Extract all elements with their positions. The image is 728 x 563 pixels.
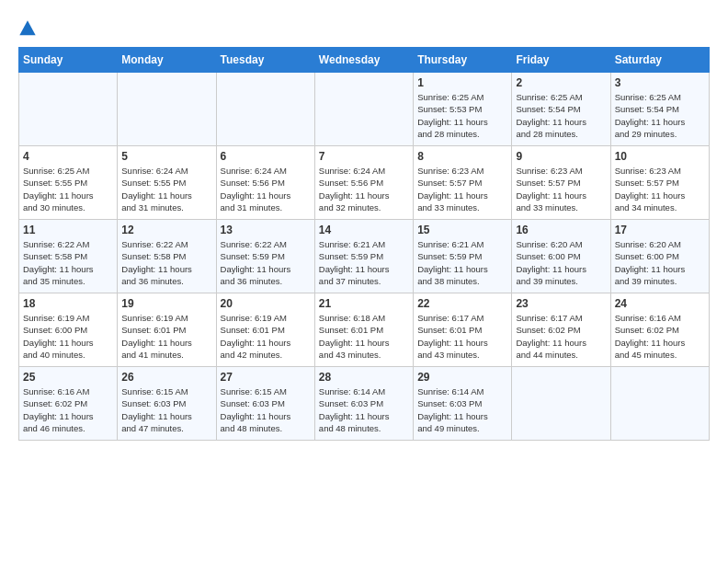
day-of-week-header: Saturday (610, 48, 709, 73)
cell-content: Sunrise: 6:15 AM Sunset: 6:03 PM Dayligh… (221, 385, 311, 434)
day-number: 17 (615, 224, 705, 236)
calendar-cell (216, 73, 314, 146)
calendar-week-row: 18Sunrise: 6:19 AM Sunset: 6:00 PM Dayli… (19, 293, 710, 367)
calendar-cell: 18Sunrise: 6:19 AM Sunset: 6:00 PM Dayli… (19, 293, 118, 367)
cell-content: Sunrise: 6:25 AM Sunset: 5:54 PM Dayligh… (615, 91, 705, 140)
calendar-cell: 16Sunrise: 6:20 AM Sunset: 6:00 PM Dayli… (512, 220, 610, 293)
calendar-cell: 21Sunrise: 6:18 AM Sunset: 6:01 PM Dayli… (314, 293, 413, 367)
cell-content: Sunrise: 6:14 AM Sunset: 6:03 PM Dayligh… (417, 385, 507, 434)
day-number: 11 (23, 224, 113, 236)
day-number: 10 (615, 150, 705, 163)
day-number: 23 (516, 297, 606, 310)
day-number: 27 (221, 371, 311, 384)
day-number: 21 (319, 297, 409, 310)
cell-content: Sunrise: 6:21 AM Sunset: 5:59 PM Dayligh… (417, 238, 507, 287)
header (18, 18, 710, 38)
calendar-cell: 2Sunrise: 6:25 AM Sunset: 5:54 PM Daylig… (512, 73, 610, 146)
cell-content: Sunrise: 6:16 AM Sunset: 6:02 PM Dayligh… (615, 312, 705, 361)
calendar-cell: 7Sunrise: 6:24 AM Sunset: 5:56 PM Daylig… (314, 146, 413, 220)
cell-content: Sunrise: 6:23 AM Sunset: 5:57 PM Dayligh… (516, 165, 606, 213)
calendar-cell: 10Sunrise: 6:23 AM Sunset: 5:57 PM Dayli… (610, 146, 709, 220)
cell-content: Sunrise: 6:24 AM Sunset: 5:56 PM Dayligh… (221, 165, 311, 213)
cell-content: Sunrise: 6:25 AM Sunset: 5:54 PM Dayligh… (516, 91, 606, 140)
cell-content: Sunrise: 6:19 AM Sunset: 6:01 PM Dayligh… (121, 312, 211, 361)
calendar-cell: 14Sunrise: 6:21 AM Sunset: 5:59 PM Dayli… (314, 220, 413, 293)
day-of-week-header: Friday (512, 48, 610, 73)
calendar-cell (610, 367, 709, 441)
day-number: 7 (319, 150, 409, 163)
cell-content: Sunrise: 6:21 AM Sunset: 5:59 PM Dayligh… (319, 238, 409, 287)
calendar-cell: 23Sunrise: 6:17 AM Sunset: 6:02 PM Dayli… (512, 293, 610, 367)
calendar-cell: 13Sunrise: 6:22 AM Sunset: 5:59 PM Dayli… (216, 220, 314, 293)
cell-content: Sunrise: 6:18 AM Sunset: 6:01 PM Dayligh… (319, 312, 409, 361)
day-number: 28 (319, 371, 409, 384)
calendar-cell: 4Sunrise: 6:25 AM Sunset: 5:55 PM Daylig… (19, 146, 118, 220)
day-number: 12 (121, 224, 211, 236)
cell-content: Sunrise: 6:20 AM Sunset: 6:00 PM Dayligh… (615, 238, 705, 287)
calendar-cell: 25Sunrise: 6:16 AM Sunset: 6:02 PM Dayli… (19, 367, 118, 441)
calendar-week-row: 11Sunrise: 6:22 AM Sunset: 5:58 PM Dayli… (19, 220, 710, 293)
calendar-week-row: 4Sunrise: 6:25 AM Sunset: 5:55 PM Daylig… (19, 146, 710, 220)
cell-content: Sunrise: 6:23 AM Sunset: 5:57 PM Dayligh… (417, 165, 507, 213)
day-number: 1 (417, 76, 507, 89)
day-number: 9 (516, 150, 606, 163)
cell-content: Sunrise: 6:24 AM Sunset: 5:55 PM Dayligh… (121, 165, 211, 213)
day-of-week-header: Monday (118, 48, 216, 73)
cell-content: Sunrise: 6:15 AM Sunset: 6:03 PM Dayligh… (121, 385, 211, 434)
calendar-cell: 11Sunrise: 6:22 AM Sunset: 5:58 PM Dayli… (19, 220, 118, 293)
day-number: 14 (319, 224, 409, 236)
day-number: 5 (121, 150, 211, 163)
calendar-week-row: 1Sunrise: 6:25 AM Sunset: 5:53 PM Daylig… (19, 73, 710, 146)
day-number: 3 (615, 76, 705, 89)
calendar-cell: 24Sunrise: 6:16 AM Sunset: 6:02 PM Dayli… (610, 293, 709, 367)
calendar-cell: 26Sunrise: 6:15 AM Sunset: 6:03 PM Dayli… (118, 367, 216, 441)
day-number: 29 (417, 371, 507, 384)
cell-content: Sunrise: 6:25 AM Sunset: 5:55 PM Dayligh… (23, 165, 113, 213)
calendar-cell: 12Sunrise: 6:22 AM Sunset: 5:58 PM Dayli… (118, 220, 216, 293)
day-number: 16 (516, 224, 606, 236)
calendar-cell: 27Sunrise: 6:15 AM Sunset: 6:03 PM Dayli… (216, 367, 314, 441)
cell-content: Sunrise: 6:22 AM Sunset: 5:59 PM Dayligh… (221, 238, 311, 287)
day-number: 15 (417, 224, 507, 236)
day-number: 22 (417, 297, 507, 310)
calendar-cell: 5Sunrise: 6:24 AM Sunset: 5:55 PM Daylig… (118, 146, 216, 220)
day-number: 19 (121, 297, 211, 310)
day-number: 20 (221, 297, 311, 310)
calendar-cell: 19Sunrise: 6:19 AM Sunset: 6:01 PM Dayli… (118, 293, 216, 367)
day-of-week-header: Tuesday (216, 48, 314, 73)
calendar-cell (19, 73, 118, 146)
cell-content: Sunrise: 6:19 AM Sunset: 6:01 PM Dayligh… (221, 312, 311, 361)
cell-content: Sunrise: 6:24 AM Sunset: 5:56 PM Dayligh… (319, 165, 409, 213)
logo-icon (18, 19, 37, 38)
day-number: 6 (221, 150, 311, 163)
day-number: 18 (23, 297, 113, 310)
day-number: 4 (23, 150, 113, 163)
cell-content: Sunrise: 6:14 AM Sunset: 6:03 PM Dayligh… (319, 385, 409, 434)
calendar-cell: 15Sunrise: 6:21 AM Sunset: 5:59 PM Dayli… (414, 220, 512, 293)
calendar-cell: 9Sunrise: 6:23 AM Sunset: 5:57 PM Daylig… (512, 146, 610, 220)
calendar-cell: 28Sunrise: 6:14 AM Sunset: 6:03 PM Dayli… (314, 367, 413, 441)
day-of-week-header: Wednesday (314, 48, 413, 73)
cell-content: Sunrise: 6:23 AM Sunset: 5:57 PM Dayligh… (615, 165, 705, 213)
cell-content: Sunrise: 6:22 AM Sunset: 5:58 PM Dayligh… (23, 238, 113, 287)
calendar-cell (512, 367, 610, 441)
calendar-cell: 17Sunrise: 6:20 AM Sunset: 6:00 PM Dayli… (610, 220, 709, 293)
calendar-week-row: 25Sunrise: 6:16 AM Sunset: 6:02 PM Dayli… (19, 367, 710, 441)
day-number: 13 (221, 224, 311, 236)
calendar-cell: 8Sunrise: 6:23 AM Sunset: 5:57 PM Daylig… (414, 146, 512, 220)
calendar-cell: 29Sunrise: 6:14 AM Sunset: 6:03 PM Dayli… (414, 367, 512, 441)
cell-content: Sunrise: 6:20 AM Sunset: 6:00 PM Dayligh… (516, 238, 606, 287)
calendar-cell: 3Sunrise: 6:25 AM Sunset: 5:54 PM Daylig… (610, 73, 709, 146)
day-number: 25 (23, 371, 113, 384)
calendar-cell: 22Sunrise: 6:17 AM Sunset: 6:01 PM Dayli… (414, 293, 512, 367)
cell-content: Sunrise: 6:25 AM Sunset: 5:53 PM Dayligh… (417, 91, 507, 140)
calendar-cell: 20Sunrise: 6:19 AM Sunset: 6:01 PM Dayli… (216, 293, 314, 367)
cell-content: Sunrise: 6:22 AM Sunset: 5:58 PM Dayligh… (121, 238, 211, 287)
calendar-table: SundayMondayTuesdayWednesdayThursdayFrid… (18, 47, 710, 441)
cell-content: Sunrise: 6:17 AM Sunset: 6:02 PM Dayligh… (516, 312, 606, 361)
logo (18, 18, 40, 38)
day-number: 26 (121, 371, 211, 384)
cell-content: Sunrise: 6:17 AM Sunset: 6:01 PM Dayligh… (417, 312, 507, 361)
day-of-week-header: Thursday (414, 48, 512, 73)
calendar-header-row: SundayMondayTuesdayWednesdayThursdayFrid… (19, 48, 710, 73)
